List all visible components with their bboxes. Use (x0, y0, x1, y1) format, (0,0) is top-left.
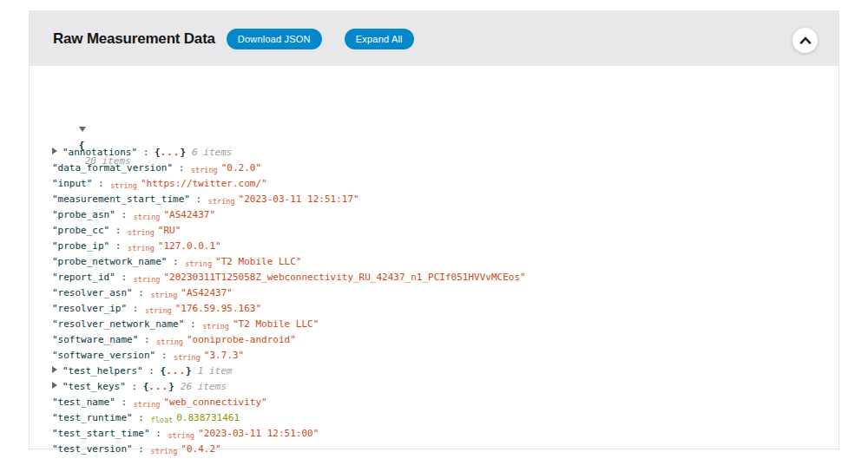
colon-separator: : (127, 303, 144, 314)
value-type-label: string (156, 338, 183, 346)
colon-separator: : (173, 162, 190, 174)
value-type-label: string (145, 306, 172, 315)
value-type-label: string (208, 197, 235, 206)
json-row-annotations[interactable]: "annotations" : {...}6 items (52, 145, 823, 161)
json-key: "test_keys" (62, 381, 126, 392)
json-value: string"AS42437" (150, 287, 233, 298)
json-key: "report_id" (52, 272, 115, 283)
json-value: float0.838731461 (150, 412, 240, 423)
colon-separator: : (115, 272, 133, 283)
value-type-label: string (128, 244, 155, 252)
colon-separator: : (115, 209, 133, 220)
json-key: "probe_asn" (52, 209, 115, 220)
json-row-software_name: "software_name" : string"ooniprobe-andro… (52, 332, 823, 348)
colon-separator: : (190, 193, 207, 205)
value-type-label: string (174, 353, 201, 362)
json-key: "software_name" (52, 334, 138, 345)
close-brace: } (180, 147, 186, 158)
json-row-measurement_start_time: "measurement_start_time" : string"2023-0… (52, 192, 823, 207)
panel-header: Raw Measurement Data Download JSON Expan… (30, 11, 838, 66)
json-row-input: "input" : string"https://twitter.com/" (52, 176, 823, 192)
json-key: "resolver_network_name" (52, 318, 184, 330)
json-key: "probe_cc" (52, 225, 109, 236)
json-key: "measurement_start_time" (52, 193, 190, 205)
collapsed-ellipsis[interactable]: ... (161, 147, 181, 158)
json-key: "probe_network_name" (52, 256, 167, 267)
raw-measurement-panel: Raw Measurement Data Download JSON Expan… (29, 10, 839, 449)
json-row-test_keys[interactable]: "test_keys" : {...}26 items (52, 379, 823, 395)
triangle-right-icon[interactable] (52, 148, 57, 154)
triangle-right-icon[interactable] (52, 382, 57, 389)
json-value: string"ooniprobe-android" (155, 334, 296, 345)
json-row-data_format_version: "data_format_version" : string"0.2.0" (52, 161, 823, 176)
json-value: string"0.2.0" (190, 162, 261, 174)
open-brace: { (155, 147, 161, 158)
value-type-label: string (110, 181, 137, 190)
json-row-probe_ip: "probe_ip" : string"127.0.0.1" (52, 239, 823, 254)
colon-separator: : (109, 240, 127, 252)
json-value: string"127.0.0.1" (127, 240, 221, 252)
json-value: string"3.7.3" (173, 350, 244, 361)
colon-separator: : (126, 381, 143, 392)
json-key: "resolver_ip" (52, 303, 127, 314)
json-tree-entries: "annotations" : {...}6 items"data_format… (44, 145, 823, 457)
json-value: string"2023-03-11 12:51:17" (207, 193, 359, 205)
value-type-label: string (151, 447, 178, 456)
close-brace: } (186, 365, 192, 377)
colon-separator: : (133, 287, 150, 298)
json-key: "test_start_time" (52, 428, 150, 439)
colon-separator: : (143, 365, 161, 377)
json-row-test_name: "test_name" : string"web_connectivity" (52, 395, 823, 410)
json-row-test_start_time: "test_start_time" : string"2023-03-11 12… (52, 426, 823, 442)
colon-separator: : (167, 256, 184, 267)
value-type-label: string (185, 259, 212, 268)
json-key: "input" (52, 178, 92, 189)
colon-separator: : (115, 397, 133, 408)
colon-separator: : (92, 178, 109, 189)
value-type-label: string (134, 400, 161, 409)
colon-separator: : (137, 147, 155, 158)
value-type-label: string (134, 213, 161, 221)
json-key: "test_runtime" (52, 412, 133, 423)
value-type-label: float (151, 416, 174, 424)
colon-separator: : (133, 412, 150, 423)
json-tree: { 20 items "annotations" : {...}6 items"… (30, 66, 838, 472)
close-brace: } (168, 381, 174, 392)
json-row-resolver_ip: "resolver_ip" : string"176.59.95.163" (52, 301, 823, 317)
json-key: "resolver_asn" (52, 287, 133, 298)
json-row-test_helpers[interactable]: "test_helpers" : {...}1 item (52, 364, 823, 379)
json-value: string"176.59.95.163" (144, 303, 261, 314)
colon-separator: : (184, 318, 201, 330)
json-key: "test_name" (52, 397, 115, 408)
expand-all-button[interactable]: Expand All (345, 29, 414, 49)
json-row-software_version: "software_version" : string"3.7.3" (52, 348, 823, 364)
collapsed-ellipsis[interactable]: ... (166, 365, 186, 377)
json-value: string"RU" (127, 225, 181, 236)
colon-separator: : (109, 225, 127, 236)
json-root-row[interactable]: { 20 items (44, 107, 823, 122)
json-row-report_id: "report_id" : string"20230311T125058Z_we… (52, 270, 823, 285)
json-row-resolver_asn: "resolver_asn" : string"AS42437" (52, 285, 823, 301)
json-row-test_version: "test_version" : string"0.4.2" (52, 442, 823, 457)
collapsed-ellipsis[interactable]: ... (148, 381, 168, 392)
json-value: string"0.4.2" (150, 443, 221, 455)
value-type-label: string (202, 322, 229, 331)
colon-separator: : (133, 443, 150, 455)
json-value: string"2023-03-11 12:51:00" (167, 428, 319, 439)
value-type-label: string (128, 228, 155, 237)
value-type-label: string (191, 166, 218, 174)
item-count: 26 items (181, 381, 227, 392)
collapse-panel-button[interactable] (792, 28, 818, 53)
json-row-resolver_network_name: "resolver_network_name" : string"T2 Mobi… (52, 317, 823, 332)
item-count: 1 item (198, 365, 233, 377)
value-type-label: string (168, 431, 194, 440)
triangle-down-icon[interactable] (79, 127, 86, 132)
json-key: "probe_ip" (52, 240, 109, 252)
json-value: string"20230311T125058Z_webconnectivity_… (133, 272, 526, 283)
json-value: string"web_connectivity" (133, 397, 267, 408)
triangle-right-icon[interactable] (52, 366, 57, 373)
download-json-button[interactable]: Download JSON (227, 29, 322, 49)
json-value: string"T2 Mobile LLC" (201, 318, 319, 330)
json-value: string"T2 Mobile LLC" (184, 256, 301, 267)
item-count: 6 items (192, 147, 232, 158)
